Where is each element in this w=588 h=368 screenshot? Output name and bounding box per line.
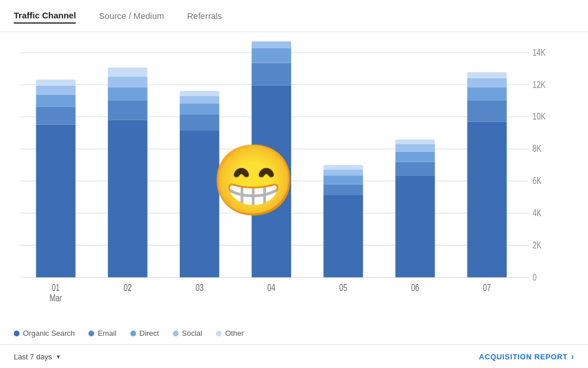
main-container: Traffic Channel Source / Medium Referral… [0, 0, 588, 368]
svg-rect-50 [396, 144, 435, 151]
legend-dot-direct [130, 331, 136, 336]
svg-rect-26 [108, 76, 148, 87]
legend-item-organic: Organic Search [14, 329, 75, 338]
chart-area: 02K4K6K8K10K12K14K01Mar020304050607 😁 [0, 32, 588, 324]
svg-rect-23 [108, 120, 148, 278]
legend-item-social: Social [173, 329, 202, 338]
legend-label-other: Other [225, 329, 244, 338]
svg-text:14K: 14K [533, 47, 546, 57]
legend-dot-email [88, 331, 94, 336]
legend-dot-organic [14, 331, 20, 336]
legend-label-social: Social [182, 329, 202, 338]
svg-text:Mar: Mar [49, 293, 62, 304]
svg-text:06: 06 [411, 283, 419, 293]
svg-text:0: 0 [533, 272, 537, 282]
period-selector[interactable]: Last 7 days ▼ [14, 352, 61, 361]
svg-rect-37 [252, 48, 291, 63]
svg-rect-41 [323, 195, 363, 277]
svg-rect-24 [108, 101, 148, 120]
footer: Last 7 days ▼ ACQUISITION REPORT › [0, 344, 588, 368]
svg-rect-30 [180, 114, 219, 131]
svg-rect-20 [36, 79, 76, 85]
legend-label-organic: Organic Search [23, 329, 75, 338]
svg-rect-36 [252, 63, 291, 86]
svg-rect-51 [396, 140, 435, 144]
svg-rect-32 [180, 96, 219, 103]
svg-rect-33 [180, 91, 219, 96]
svg-text:2K: 2K [533, 240, 542, 250]
chevron-right-icon: › [571, 352, 574, 361]
tab-traffic-channel[interactable]: Traffic Channel [14, 10, 76, 24]
chevron-down-icon: ▼ [56, 354, 61, 360]
svg-rect-45 [323, 165, 363, 170]
svg-text:6K: 6K [533, 176, 542, 186]
svg-rect-35 [252, 86, 291, 277]
svg-text:12K: 12K [533, 79, 546, 90]
legend-label-email: Email [98, 329, 117, 338]
svg-rect-49 [396, 151, 435, 162]
svg-text:02: 02 [123, 283, 131, 293]
svg-text:03: 03 [195, 283, 203, 293]
legend-item-email: Email [88, 329, 117, 338]
period-label: Last 7 days [14, 352, 52, 361]
svg-text:4K: 4K [533, 208, 542, 218]
svg-rect-42 [323, 185, 363, 195]
svg-rect-57 [467, 72, 507, 78]
svg-rect-53 [467, 121, 507, 277]
legend-dot-other [216, 331, 222, 336]
acquisition-report-link[interactable]: ACQUISITION REPORT › [479, 352, 574, 361]
header-tabs: Traffic Channel Source / Medium Referral… [0, 0, 588, 32]
legend-dot-social [173, 331, 179, 336]
svg-rect-47 [396, 175, 435, 277]
svg-rect-43 [323, 175, 363, 185]
svg-rect-19 [36, 86, 76, 95]
svg-rect-55 [467, 87, 507, 100]
bar-chart: 02K4K6K8K10K12K14K01Mar020304050607 [14, 41, 559, 319]
tab-referrals[interactable]: Referrals [187, 11, 222, 23]
svg-rect-25 [108, 87, 148, 100]
svg-text:10K: 10K [533, 112, 546, 122]
svg-text:05: 05 [339, 283, 347, 293]
report-label: ACQUISITION REPORT [479, 352, 568, 361]
svg-rect-56 [467, 78, 507, 87]
svg-rect-16 [36, 125, 76, 278]
legend-label-direct: Direct [140, 329, 159, 338]
svg-text:8K: 8K [533, 144, 542, 154]
svg-rect-38 [252, 41, 291, 48]
svg-rect-27 [108, 68, 148, 77]
legend-item-other: Other [216, 329, 244, 338]
svg-rect-18 [36, 94, 76, 106]
svg-rect-17 [36, 106, 76, 124]
svg-rect-48 [396, 162, 435, 175]
chart-inner: 02K4K6K8K10K12K14K01Mar020304050607 😁 [14, 41, 559, 319]
svg-text:07: 07 [483, 283, 491, 293]
svg-rect-44 [323, 170, 363, 175]
svg-rect-29 [180, 131, 219, 277]
svg-rect-31 [180, 103, 219, 114]
tab-source-medium[interactable]: Source / Medium [99, 11, 164, 23]
svg-text:01: 01 [52, 283, 60, 293]
svg-text:04: 04 [268, 283, 276, 293]
chart-legend: Organic SearchEmailDirectSocialOther [0, 324, 588, 344]
legend-item-direct: Direct [130, 329, 159, 338]
svg-rect-54 [467, 101, 507, 121]
